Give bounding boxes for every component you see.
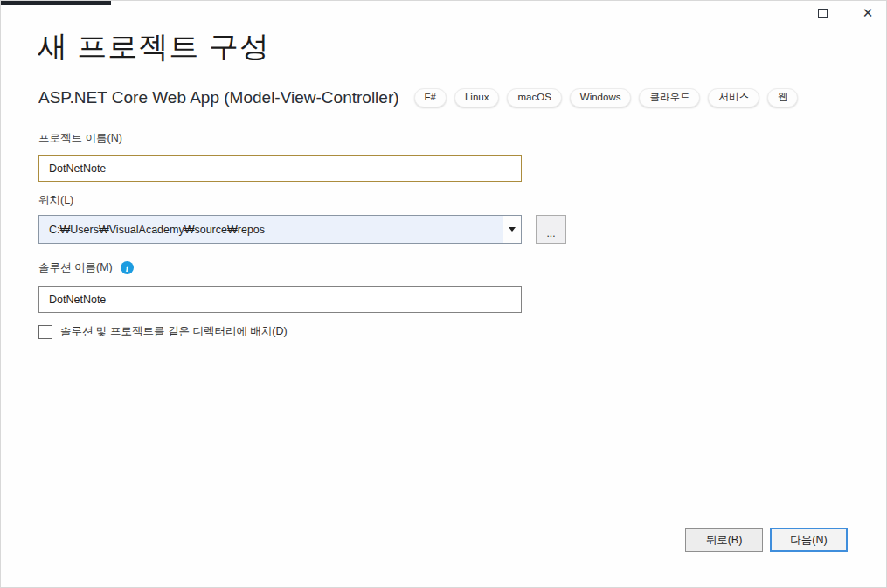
browse-location-button[interactable]: ... bbox=[536, 215, 566, 244]
tag-service: 서비스 bbox=[708, 88, 759, 107]
back-button[interactable]: 뒤로(B) bbox=[685, 528, 763, 552]
location-combobox[interactable]: C:₩Users₩VisualAcademy₩source₩repos bbox=[38, 215, 522, 244]
project-name-label: 프로젝트 이름(N) bbox=[38, 131, 122, 146]
configure-new-project-dialog: ✕ 새 프로젝트 구성 ASP.NET Core Web App (Model-… bbox=[0, 0, 887, 588]
page-title: 새 프로젝트 구성 bbox=[38, 27, 270, 67]
tag-linux: Linux bbox=[454, 88, 500, 107]
location-value: C:₩Users₩VisualAcademy₩source₩repos bbox=[39, 216, 503, 243]
location-dropdown-button[interactable] bbox=[503, 216, 521, 243]
tag-fsharp: F# bbox=[414, 88, 447, 107]
project-name-input[interactable]: DotNetNote bbox=[38, 155, 522, 182]
solution-name-label-row: 솔루션 이름(M) i bbox=[38, 260, 134, 275]
project-name-value: DotNetNote bbox=[49, 163, 106, 175]
next-button[interactable]: 다음(N) bbox=[770, 528, 848, 552]
background-window-fragment bbox=[1, 1, 111, 5]
same-directory-checkbox[interactable] bbox=[38, 325, 52, 339]
template-header: ASP.NET Core Web App (Model-View-Control… bbox=[38, 88, 798, 107]
close-button[interactable]: ✕ bbox=[856, 3, 879, 24]
tag-windows: Windows bbox=[570, 88, 632, 107]
tag-macos: macOS bbox=[507, 88, 561, 107]
maximize-icon bbox=[818, 9, 828, 18]
text-caret bbox=[107, 162, 107, 175]
info-icon: i bbox=[121, 261, 134, 274]
tag-cloud: 클라우드 bbox=[639, 88, 700, 107]
solution-name-value: DotNetNote bbox=[49, 294, 106, 306]
maximize-button[interactable] bbox=[811, 3, 834, 24]
solution-name-input[interactable]: DotNetNote bbox=[38, 286, 522, 313]
footer-buttons: 뒤로(B) 다음(N) bbox=[685, 528, 848, 552]
same-directory-label: 솔루션 및 프로젝트를 같은 디렉터리에 배치(D) bbox=[60, 324, 288, 339]
tag-web: 웹 bbox=[767, 88, 799, 107]
close-icon: ✕ bbox=[863, 5, 874, 21]
solution-name-label: 솔루션 이름(M) bbox=[38, 260, 113, 275]
chevron-down-icon bbox=[509, 227, 516, 232]
template-tag-list: F# Linux macOS Windows 클라우드 서비스 웹 bbox=[414, 88, 799, 107]
location-label: 위치(L) bbox=[38, 193, 73, 208]
window-controls: ✕ bbox=[811, 3, 879, 24]
same-directory-row: 솔루션 및 프로젝트를 같은 디렉터리에 배치(D) bbox=[38, 324, 288, 339]
template-name: ASP.NET Core Web App (Model-View-Control… bbox=[38, 88, 399, 107]
